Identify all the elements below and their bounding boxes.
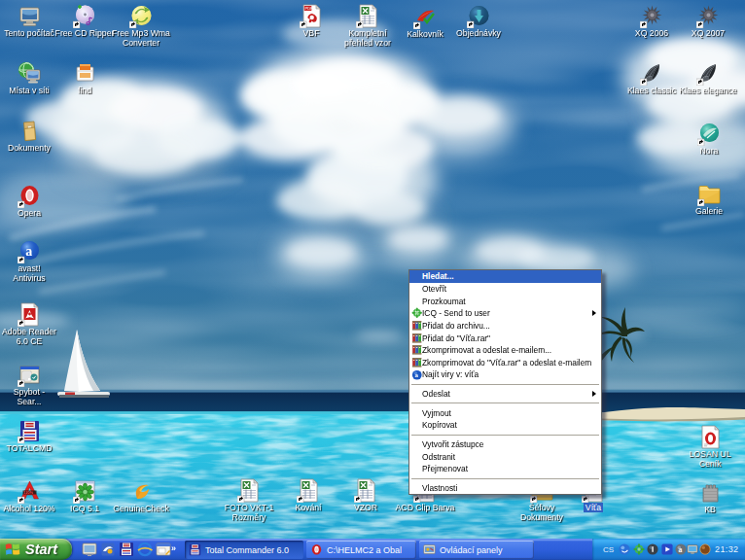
svg-text:a: a: [679, 545, 683, 554]
